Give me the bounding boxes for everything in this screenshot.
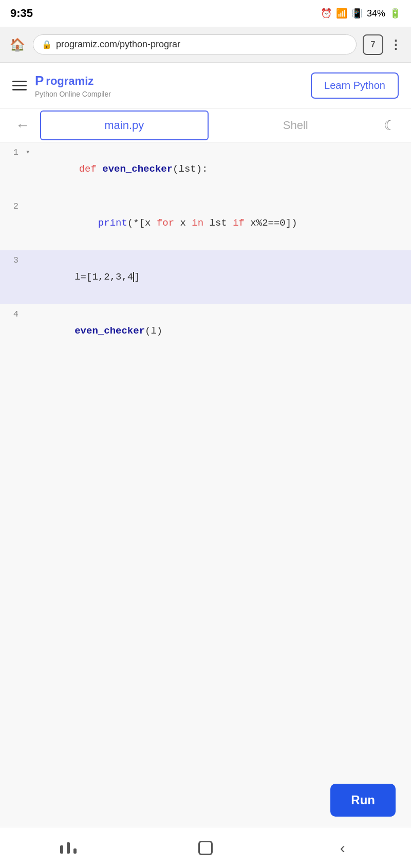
code-line-2: 2 print(*[x for x in lst if x%2==0]) (0, 196, 411, 250)
keyword-def: def (79, 163, 103, 175)
line-number-1: 1 (0, 144, 26, 160)
indent-2 (74, 217, 98, 229)
line-number-4: 4 (0, 306, 26, 322)
code-line-3: 3 l=[1,2,3,4] (0, 250, 411, 304)
nav-menu-button[interactable] (53, 838, 84, 858)
battery-indicator: 34% (367, 8, 385, 19)
space1 (151, 217, 156, 229)
battery-icon: 🔋 (389, 8, 401, 19)
logo-rest: rogramiz (46, 75, 94, 88)
run-button-container: Run (330, 784, 396, 817)
logo-subtitle: Python Online Compiler (35, 90, 111, 98)
bottom-nav: ‹ (0, 827, 411, 868)
run-button[interactable]: Run (330, 784, 396, 817)
home-icon: 🏠 (10, 38, 25, 52)
signal-icon: 📳 (351, 8, 363, 19)
var-x2: x (180, 217, 186, 229)
tab-bar: ← main.py Shell ☾ (0, 109, 411, 142)
code-editor[interactable]: 1 ▾ def even_checker(lst): 2 print(*[x f… (0, 142, 411, 827)
var-x1: x (145, 217, 151, 229)
tab-shell[interactable]: Shell (213, 112, 379, 139)
alarm-icon: ⏰ (321, 8, 332, 19)
space2 (174, 217, 180, 229)
keyword-in: in (192, 217, 203, 229)
tab-count-button[interactable]: 7 (363, 34, 383, 55)
code-content[interactable]: 1 ▾ def even_checker(lst): 2 print(*[x f… (0, 142, 411, 358)
code-line-4: 4 even_checker(l) (0, 304, 411, 358)
builtin-print: print (98, 217, 127, 229)
tab-main-py[interactable]: main.py (40, 110, 209, 140)
nav-chevron-icon: ‹ (340, 839, 345, 857)
home-button[interactable]: 🏠 (8, 35, 27, 54)
header-left: P rogramiz Python Online Compiler (12, 73, 111, 98)
line-number-3: 3 (0, 252, 26, 268)
dark-mode-button[interactable]: ☾ (379, 113, 401, 139)
function-name: even_checker (102, 163, 173, 175)
fold-arrow-1: ▾ (26, 144, 30, 159)
paren-open: (lst): (173, 163, 208, 175)
print-args: (*[ (127, 217, 145, 229)
condition: x%2==0]) (245, 217, 297, 229)
logo-p: P (35, 73, 44, 89)
status-bar: 9:35 ⏰ 📶 📳 34% 🔋 (0, 0, 411, 27)
keyword-for: for (157, 217, 174, 229)
url-text: programiz.com/python-prograr (56, 39, 180, 50)
lock-icon: 🔒 (42, 40, 52, 49)
learn-python-button[interactable]: Learn Python (311, 72, 399, 99)
line-code-2: print(*[x for x in lst if x%2==0]) (28, 198, 411, 248)
logo-area: P rogramiz Python Online Compiler (35, 73, 111, 98)
call-even-checker: even_checker (74, 325, 145, 337)
wifi-icon: 📶 (336, 8, 347, 19)
browser-menu-button[interactable]: ⋮ (389, 38, 403, 52)
url-bar[interactable]: 🔒 programiz.com/python-prograr (33, 34, 357, 54)
nav-square-icon (198, 841, 213, 855)
var-l-assign: l=[1,2,3,4 (74, 271, 133, 283)
status-time: 9:35 (10, 7, 33, 20)
close-bracket: ] (134, 271, 140, 283)
logo-brand: P rogramiz (35, 73, 111, 89)
browser-bar: 🏠 🔒 programiz.com/python-prograr 7 ⋮ (0, 27, 411, 63)
status-right: ⏰ 📶 📳 34% 🔋 (321, 8, 401, 19)
call-args: (l) (145, 325, 162, 337)
hamburger-menu[interactable] (12, 81, 27, 90)
line-code-4: even_checker(l) (28, 306, 411, 356)
nav-back-button[interactable]: ‹ (327, 838, 358, 858)
back-button[interactable]: ← (10, 112, 35, 139)
nav-home-button[interactable] (190, 838, 221, 858)
line-code-3: l=[1,2,3,4] (28, 252, 411, 302)
nav-lines-icon (59, 842, 78, 854)
code-line-1: 1 ▾ def even_checker(lst): (0, 142, 411, 196)
app-header: P rogramiz Python Online Compiler Learn … (0, 63, 411, 109)
keyword-if: if (233, 217, 245, 229)
space4: lst (203, 217, 233, 229)
space3 (186, 217, 192, 229)
tab-count: 7 (371, 40, 376, 49)
line-code-1: def even_checker(lst): (32, 144, 411, 194)
line-number-2: 2 (0, 198, 26, 214)
